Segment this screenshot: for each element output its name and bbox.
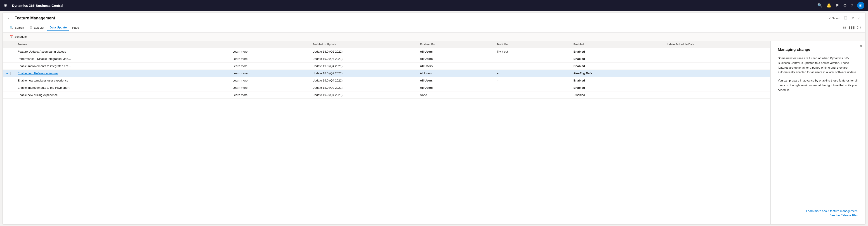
flag-icon[interactable]: ⚑ bbox=[835, 3, 839, 8]
row-learn-more[interactable]: Learn more bbox=[230, 55, 310, 63]
expand-icon[interactable]: ⤢ bbox=[858, 16, 861, 21]
row-status: Enabled bbox=[571, 77, 663, 84]
info-icon[interactable]: ⓘ bbox=[857, 25, 861, 30]
col-header-enabled-for: Enabled For bbox=[417, 41, 494, 48]
right-panel: ⇥ Managing change Some new features are … bbox=[770, 41, 865, 224]
help-icon[interactable]: ? bbox=[851, 3, 853, 8]
col-header-status: Enabled bbox=[571, 41, 663, 48]
row-schedule bbox=[663, 55, 770, 63]
row-tryit[interactable]: Try it out bbox=[494, 48, 571, 55]
row-dot-menu[interactable] bbox=[3, 48, 15, 55]
table-row[interactable]: Enable new templates user experienceLear… bbox=[3, 77, 770, 84]
checkmark-icon: ✓ bbox=[829, 16, 831, 20]
feature-table: Feature Enabled in Update Enabled For Tr… bbox=[3, 41, 770, 99]
table-row[interactable]: Feature Update: Action bar in dialogsLea… bbox=[3, 48, 770, 55]
row-feature-name: Enable new pricing experience bbox=[15, 91, 230, 99]
row-feature-name: Performance - Disable Integration Man… bbox=[15, 55, 230, 63]
search-label: Search bbox=[15, 26, 24, 29]
row-schedule bbox=[663, 70, 770, 77]
back-button[interactable]: ← bbox=[7, 16, 11, 21]
row-enabled-for: All Users bbox=[417, 70, 494, 77]
row-learn-more[interactable]: Learn more bbox=[230, 91, 310, 99]
row-update-version: Update 19.0 (Q4 2021) bbox=[310, 91, 417, 99]
notification-icon[interactable]: 🔔 bbox=[827, 3, 831, 8]
row-update-version: Update 18.0 (Q2 2021) bbox=[310, 84, 417, 91]
avatar[interactable]: IK bbox=[857, 2, 864, 9]
header-actions: ✓ Saved ☐ ↗ ⤢ bbox=[829, 16, 861, 21]
row-dot-menu[interactable] bbox=[3, 63, 15, 70]
search-button[interactable]: 🔍 Search bbox=[7, 25, 26, 31]
content-area: Feature Enabled in Update Enabled For Tr… bbox=[3, 41, 865, 224]
columns-icon[interactable]: ▮▮▮ bbox=[848, 25, 855, 30]
settings-icon[interactable]: ⚙ bbox=[843, 3, 847, 8]
data-update-button[interactable]: Data Update bbox=[47, 25, 69, 31]
row-enabled-for: All Users bbox=[417, 55, 494, 63]
row-update-version: Update 19.0 (Q4 2021) bbox=[310, 77, 417, 84]
row-tryit: – bbox=[494, 77, 571, 84]
edit-list-label: Edit List bbox=[34, 26, 44, 29]
row-tryit: – bbox=[494, 84, 571, 91]
edit-list-button[interactable]: ☰ Edit List bbox=[27, 25, 46, 31]
table-header: Feature Enabled in Update Enabled For Tr… bbox=[3, 41, 770, 48]
row-update-version: Update 18.0 (Q2 2021) bbox=[310, 48, 417, 55]
table-row[interactable]: Enable improvements to the Payment R…Lea… bbox=[3, 84, 770, 91]
row-enabled-for: None bbox=[417, 91, 494, 99]
learn-more-link[interactable]: Learn more about feature management. bbox=[778, 209, 858, 213]
right-panel-title: Managing change bbox=[778, 47, 858, 52]
table-row[interactable]: Enable improvements to integrated em…Lea… bbox=[3, 63, 770, 70]
right-panel-close-button[interactable]: ⇥ bbox=[859, 44, 862, 48]
topbar: ⊞ Dynamics 365 Business Central 🔍 🔔 ⚑ ⚙ … bbox=[0, 0, 868, 11]
row-learn-more[interactable]: Learn more bbox=[230, 84, 310, 91]
row-dot-menu[interactable] bbox=[3, 84, 15, 91]
row-feature-name: Enable improvements to integrated em… bbox=[15, 63, 230, 70]
row-learn-more[interactable]: Learn more bbox=[230, 48, 310, 55]
row-feature-name: Enable new templates user experience bbox=[15, 77, 230, 84]
row-tryit: – bbox=[494, 70, 571, 77]
bookmark-icon[interactable]: ☐ bbox=[844, 16, 847, 21]
row-learn-more[interactable]: Learn more bbox=[230, 63, 310, 70]
schedule-button[interactable]: 📅 Schedule bbox=[7, 34, 29, 39]
row-learn-more[interactable]: Learn more bbox=[230, 70, 310, 77]
release-plan-link[interactable]: See the Release Plan bbox=[778, 214, 858, 217]
row-enabled-for: All Users bbox=[417, 77, 494, 84]
row-dot-menu[interactable]: ⋮ bbox=[3, 70, 15, 77]
page-label: Page bbox=[72, 26, 79, 29]
row-dot-menu[interactable] bbox=[3, 77, 15, 84]
right-panel-para2: You can prepare in advance by enabling t… bbox=[778, 78, 858, 92]
row-feature-name: Feature Update: Action bar in dialogs bbox=[15, 48, 230, 55]
col-header-feature: Feature bbox=[15, 41, 230, 48]
col-header-update: Enabled in Update bbox=[310, 41, 417, 48]
row-feature-name: Enable improvements to the Payment R… bbox=[15, 84, 230, 91]
toolbar-right-actions: ☷ ▮▮▮ ⓘ bbox=[843, 25, 861, 30]
app-title: Dynamics 365 Business Central bbox=[12, 4, 815, 7]
row-enabled-for: All Users bbox=[417, 63, 494, 70]
row-status: Enabled bbox=[571, 63, 663, 70]
page-button[interactable]: Page bbox=[70, 25, 81, 31]
row-status: Enabled bbox=[571, 55, 663, 63]
row-status: Disabled bbox=[571, 91, 663, 99]
table-row[interactable]: Performance - Disable Integration Man…Le… bbox=[3, 55, 770, 63]
row-tryit: – bbox=[494, 91, 571, 99]
row-dot-menu[interactable] bbox=[3, 55, 15, 63]
search-icon[interactable]: 🔍 bbox=[817, 3, 822, 8]
row-status: Enabled bbox=[571, 48, 663, 55]
row-schedule bbox=[663, 84, 770, 91]
right-panel-links: Learn more about feature management. See… bbox=[778, 209, 858, 218]
row-schedule bbox=[663, 91, 770, 99]
saved-label: Saved bbox=[832, 16, 840, 20]
table-row[interactable]: Enable new pricing experienceLearn moreU… bbox=[3, 91, 770, 99]
filter-icon[interactable]: ☷ bbox=[843, 25, 846, 30]
row-enabled-for: All Users bbox=[417, 84, 494, 91]
right-panel-para1: Some new features are turned off when Dy… bbox=[778, 56, 858, 75]
row-schedule bbox=[663, 63, 770, 70]
col-header-learn bbox=[230, 41, 310, 48]
waffle-icon[interactable]: ⊞ bbox=[4, 3, 7, 8]
table-body: Feature Update: Action bar in dialogsLea… bbox=[3, 48, 770, 99]
saved-indicator: ✓ Saved bbox=[829, 16, 840, 20]
table-row[interactable]: ⋮Enable Item Reference featureLearn more… bbox=[3, 70, 770, 77]
schedule-label: Schedule bbox=[14, 35, 27, 38]
row-learn-more[interactable]: Learn more bbox=[230, 77, 310, 84]
row-feature-name: Enable Item Reference feature bbox=[15, 70, 230, 77]
row-dot-menu[interactable] bbox=[3, 91, 15, 99]
share-icon[interactable]: ↗ bbox=[851, 16, 854, 21]
